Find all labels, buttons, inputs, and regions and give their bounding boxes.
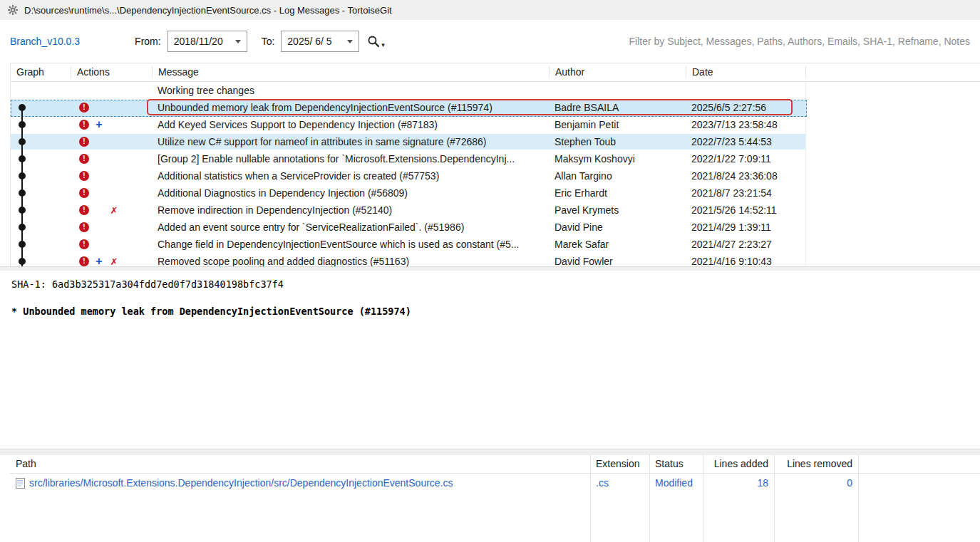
commit-node-icon <box>19 224 26 231</box>
commit-author: Marek Safar <box>550 236 686 253</box>
column-header-lines-added[interactable]: Lines added <box>703 458 774 469</box>
commit-node-icon <box>19 104 26 111</box>
added-icon: + <box>94 256 104 266</box>
commit-message: Change field in DependencyInjectionEvent… <box>153 236 550 253</box>
sha1-line: SHA-1: 6ad3b325317a304fdd7ed0f7d31840198… <box>11 278 969 291</box>
column-separator[interactable] <box>649 454 650 542</box>
modified-icon: ! <box>79 256 89 266</box>
commit-node-icon <box>19 207 26 214</box>
commit-date: 2021/5/26 14:52:11 <box>686 202 806 219</box>
commit-author: Allan Targino <box>550 167 686 184</box>
commit-date: 2022/1/22 7:09:11 <box>686 150 806 167</box>
commit-row[interactable]: ! Additional Diagnostics in Dependency I… <box>11 184 980 202</box>
column-separator[interactable] <box>774 454 775 542</box>
graph-cell <box>11 116 71 133</box>
graph-cell <box>11 133 71 150</box>
details-files-splitter[interactable] <box>0 449 980 454</box>
action-icons: ! <box>71 219 153 236</box>
commit-row[interactable]: !✗ Remove indirection in DependencyInjec… <box>11 202 980 219</box>
commit-row[interactable]: !+ Add Keyed Services Support to Depende… <box>11 116 980 133</box>
action-icons: ! <box>71 184 153 202</box>
to-label: To: <box>262 36 275 47</box>
file-path-link[interactable]: src/libraries/Microsoft.Extensions.Depen… <box>29 477 453 489</box>
graph-cell <box>11 253 71 266</box>
commit-date: 2021/8/24 23:36:08 <box>686 167 806 184</box>
column-header-author[interactable]: Author <box>550 66 686 78</box>
modified-icon: ! <box>79 222 89 232</box>
modified-icon: ! <box>79 188 89 198</box>
column-header-date[interactable]: Date <box>686 66 806 78</box>
modified-icon: ! <box>79 120 89 130</box>
column-separator[interactable] <box>858 454 859 542</box>
graph-cell <box>11 236 71 253</box>
toolbar: Branch_v10.0.3 From: 2018/11/20 To: 2025… <box>0 20 980 63</box>
commit-date: 2025/6/5 2:27:56 <box>686 99 806 116</box>
column-header-status[interactable]: Status <box>649 458 703 469</box>
column-header-lines-removed[interactable]: Lines removed <box>774 458 858 469</box>
modified-icon: ! <box>79 154 89 164</box>
action-icons: ! <box>71 150 153 167</box>
column-header-graph[interactable]: Graph <box>11 66 71 78</box>
commit-date: 2022/7/23 5:44:53 <box>686 133 806 150</box>
modified-icon: ! <box>79 239 89 249</box>
file-path-cell: src/libraries/Microsoft.Extensions.Depen… <box>10 477 590 489</box>
deleted-icon: ✗ <box>109 256 119 266</box>
search-dropdown-icon[interactable]: ▾ <box>381 41 385 48</box>
commit-row[interactable]: ! Utilize new C# support for nameof in a… <box>11 133 980 150</box>
branch-link[interactable]: Branch_v10.0.3 <box>10 36 80 47</box>
chevron-down-icon[interactable] <box>235 40 241 43</box>
commit-author: Maksym Koshovyi <box>550 150 686 167</box>
file-row[interactable]: src/libraries/Microsoft.Extensions.Depen… <box>10 474 980 492</box>
column-header-path[interactable]: Path <box>10 458 590 469</box>
commit-node-icon <box>19 138 26 145</box>
action-icons: !+ <box>71 116 153 133</box>
column-header-message[interactable]: Message <box>153 66 550 78</box>
commit-row[interactable]: !+✗ Removed scope pooling and added diag… <box>11 253 980 266</box>
search-button[interactable]: ▾ <box>366 34 385 48</box>
working-tree-row[interactable]: Working tree changes <box>11 82 980 99</box>
to-date-picker[interactable]: 2025/ 6/ 5 <box>281 31 359 52</box>
column-header-spacer <box>806 66 980 78</box>
commit-author: Badre BSAILA <box>550 99 686 116</box>
commit-subject-line: * Unbounded memory leak from DependencyI… <box>11 305 969 318</box>
commit-message: Add Keyed Services Support to Dependency… <box>153 116 550 133</box>
commit-row[interactable]: ! Change field in DependencyInjectionEve… <box>11 236 980 253</box>
commit-message: Utilize new C# support for nameof in att… <box>153 133 550 150</box>
commit-row[interactable]: ! Additional statistics when a ServicePr… <box>11 167 980 184</box>
commit-date: 2021/4/27 2:23:27 <box>686 236 806 253</box>
commit-message: Additional Diagnostics in Dependency Inj… <box>153 184 550 202</box>
commit-row[interactable]: ! Added an event source entry for `Servi… <box>11 219 980 236</box>
graph-cell <box>11 219 71 236</box>
column-separator[interactable] <box>590 454 591 542</box>
commit-node-icon <box>19 121 26 128</box>
action-icons: ! <box>71 99 153 116</box>
commit-node-icon <box>19 241 26 248</box>
filter-input[interactable] <box>393 36 970 47</box>
app-icon <box>7 4 19 16</box>
file-lines-removed: 0 <box>774 477 858 489</box>
commit-node-icon <box>19 172 26 179</box>
column-header-extension[interactable]: Extension <box>590 458 649 469</box>
action-icons: ! <box>71 236 153 253</box>
commit-details-pane: SHA-1: 6ad3b325317a304fdd7ed0f7d31840198… <box>0 271 980 449</box>
file-list-header: Path Extension Status Lines added Lines … <box>10 454 980 474</box>
title-bar[interactable]: D:\sources\runtime\s...\DependencyInject… <box>0 0 980 20</box>
column-separator[interactable] <box>703 454 703 542</box>
commit-node-icon <box>19 258 26 265</box>
modified-icon: ! <box>79 103 89 113</box>
commit-date: 2023/7/13 23:58:48 <box>686 116 806 133</box>
action-icons: ! <box>71 167 153 184</box>
graph-cell <box>11 150 71 167</box>
commit-author: David Pine <box>550 219 686 236</box>
commit-row[interactable]: ! Unbounded memory leak from DependencyI… <box>11 99 980 116</box>
commit-message: Unbounded memory leak from DependencyInj… <box>153 99 550 116</box>
graph-cell <box>11 82 71 99</box>
from-date-picker[interactable]: 2018/11/20 <box>167 31 247 52</box>
graph-cell <box>11 202 71 219</box>
column-header-actions[interactable]: Actions <box>71 66 153 78</box>
chevron-down-icon[interactable] <box>347 40 353 43</box>
commit-date: 2021/4/29 1:39:11 <box>686 219 806 236</box>
from-label: From: <box>135 36 161 47</box>
commit-row[interactable]: ! [Group 2] Enable nullable annotations … <box>11 150 980 167</box>
added-icon: + <box>94 120 104 130</box>
